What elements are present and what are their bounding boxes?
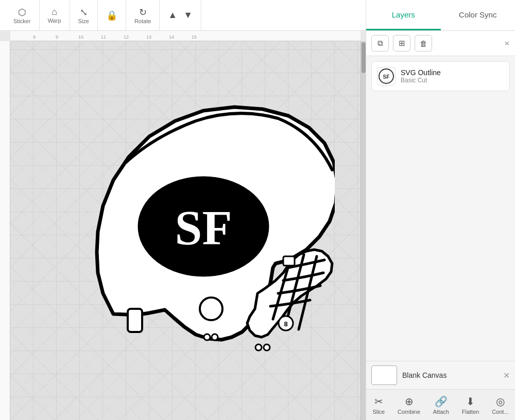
duplicate-icon: ⧉ [377,39,383,48]
svg-point-6 [212,334,218,340]
blank-canvas-label: Blank Canvas [402,371,447,379]
warp-button[interactable]: ⌂ Warp [45,5,64,26]
svg-text:SF: SF [383,74,390,80]
group-icon: ⊞ [399,39,405,48]
tab-color-sync[interactable]: Color Sync [441,0,516,30]
lock-section: 🔒 [98,0,126,30]
contour-icon: ◎ [496,395,505,408]
down-arrow-button[interactable]: ▼ [180,8,196,23]
size-label: Size [78,18,89,24]
panel-action-row: ⧉ ⊞ 🗑 ✕ [366,31,515,56]
blank-canvas-close[interactable]: ✕ [503,371,510,380]
rotate-section: ↻ Rotate [126,0,160,30]
panel-close-button[interactable]: ✕ [504,40,510,47]
delete-button[interactable]: 🗑 [415,35,432,51]
rotate-button[interactable]: ↻ Rotate [131,5,154,26]
delete-icon: 🗑 [420,39,427,48]
size-section: ⤡ Size [70,0,98,30]
contour-button[interactable]: ◎ Cont... [488,392,512,418]
helmet-image[interactable]: SF 8 [52,62,335,381]
svg-point-7 [255,344,262,351]
svg-text:SF: SF [175,201,232,255]
canvas-scrollbar[interactable] [360,41,366,420]
sticker-section: ⬡ Sticker [5,0,40,30]
svg-text:8: 8 [284,320,287,328]
size-button[interactable]: ⤡ Size [75,5,92,26]
right-panel: Layers Color Sync ⧉ ⊞ 🗑 ✕ SF SVG [366,0,515,420]
canvas-area: 8 9 10 11 12 13 14 15 [0,31,366,420]
ruler-mark-10: 10 [78,34,83,40]
rotate-label: Rotate [134,18,151,24]
ruler-mark-15: 15 [192,34,197,40]
sticker-button[interactable]: ⬡ Sticker [10,5,34,26]
attach-icon: 🔗 [435,395,448,408]
ruler-mark-14: 14 [169,34,174,40]
flatten-icon: ⬇ [466,395,475,408]
flatten-label: Flatten [462,409,479,415]
scrollbar-thumb[interactable] [362,42,366,73]
svg-rect-4 [128,309,142,332]
sticker-label: Sticker [13,18,31,24]
ruler-vertical [0,41,10,420]
panel-tabs: Layers Color Sync [366,0,515,31]
ruler-mark-13: 13 [146,34,151,40]
arrows-section: ▲ ▼ [160,0,201,30]
svg-point-5 [204,334,210,340]
ruler-mark-9: 9 [56,34,58,40]
ruler-mark-8: 8 [33,34,36,40]
svg-point-8 [264,344,270,351]
slice-button[interactable]: ✂ Slice [368,392,389,418]
rotate-icon: ↻ [139,7,147,18]
size-icon: ⤡ [80,7,88,18]
group-button[interactable]: ⊞ [393,35,410,51]
main-canvas[interactable]: SF 8 [10,41,360,420]
lock-icon: 🔒 [106,10,117,21]
layer-item-svg-outline[interactable]: SF SVG Outline Basic Cut [371,61,510,91]
up-arrow-button[interactable]: ▲ [165,8,180,23]
up-arrow-icon: ▲ [168,10,177,21]
warp-label: Warp [48,18,61,24]
slice-icon: ✂ [374,395,383,408]
panel-bottom-toolbar: ✂ Slice ⊕ Combine 🔗 Attach ⬇ Flatten ◎ C… [366,389,515,420]
combine-label: Combine [398,409,420,415]
tab-layers[interactable]: Layers [366,0,441,30]
layers-list: SF SVG Outline Basic Cut [366,56,515,100]
flatten-button[interactable]: ⬇ Flatten [458,392,484,418]
lock-button[interactable]: 🔒 [103,8,121,23]
layer-name: SVG Outline [401,68,504,77]
ruler-horizontal: 8 9 10 11 12 13 14 15 [10,31,360,41]
slice-label: Slice [372,409,385,415]
svg-rect-11 [283,256,295,266]
ruler-mark-12: 12 [124,34,129,40]
warp-section: ⌂ Warp [40,0,70,30]
layer-type: Basic Cut [401,77,504,84]
layer-thumbnail: SF [377,67,396,85]
contour-label: Cont... [492,409,508,415]
ruler-mark-11: 11 [101,34,106,40]
combine-button[interactable]: ⊕ Combine [393,392,424,418]
blank-canvas-thumbnail [371,365,397,385]
duplicate-button[interactable]: ⧉ [371,35,389,51]
svg-point-3 [200,297,222,320]
blank-canvas-row: Blank Canvas ✕ [366,361,515,389]
layer-info: SVG Outline Basic Cut [401,68,504,84]
attach-label: Attach [433,409,449,415]
attach-button[interactable]: 🔗 Attach [429,392,453,418]
combine-icon: ⊕ [405,395,414,408]
sticker-icon: ⬡ [18,7,26,18]
down-arrow-icon: ▼ [183,10,193,21]
warp-icon: ⌂ [52,7,57,18]
